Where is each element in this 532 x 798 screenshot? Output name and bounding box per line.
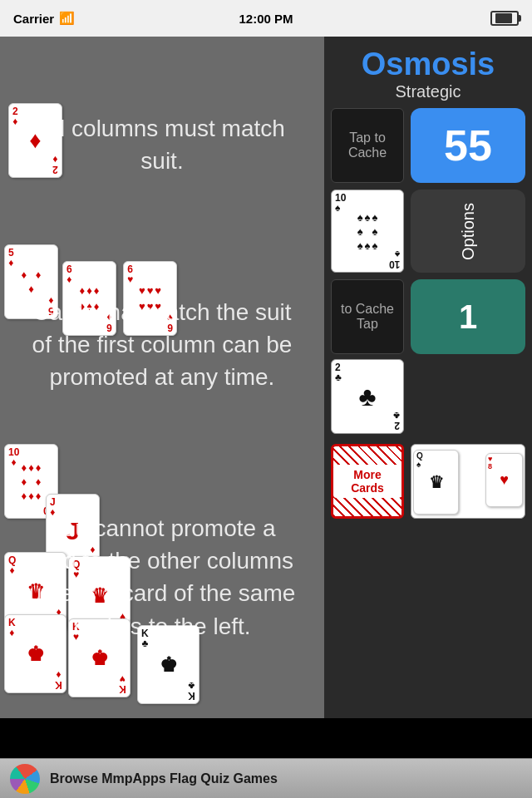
card-k-hearts[interactable]: K♥ ♚ K♥	[68, 618, 131, 697]
game-area: 2♦ ♦ 2♦ 5♦ ♦ ♦ ♦ 5♦ 6♦ ♦	[0, 37, 324, 718]
tap-cache-button-1[interactable]: Tap to Cache	[331, 108, 404, 183]
card-2-diamonds[interactable]: 2♦ ♦ 2♦	[8, 103, 62, 178]
options-label: Options	[459, 203, 478, 260]
more-cards-button[interactable]: More Cards	[331, 444, 404, 519]
title-area: Osmosis Strategic	[324, 37, 532, 108]
card-5-diamonds[interactable]: 5♦ ♦ ♦ ♦ 5♦	[4, 244, 58, 319]
card-options-row: 10♠ ♠♠♠ ♠♠ ♠♠♠ 10♠ Options	[331, 190, 525, 273]
options-button[interactable]: Options	[411, 190, 525, 273]
more-cards-label: More Cards	[351, 468, 384, 495]
cards-container: 2♦ ♦ 2♦ 5♦ ♦ ♦ ♦ 5♦ 6♦ ♦	[0, 37, 324, 718]
cache-row-3: 2♣ ♣ 2♣	[331, 359, 525, 434]
tap-cache-label-2: to Cache Tap	[338, 302, 397, 332]
tap-cache-button-2[interactable]: to Cache Tap	[331, 279, 404, 354]
card-6-hearts[interactable]: 6♥ ♥♥♥ ♥♥♥ 6♥	[123, 261, 177, 336]
preview-card-2: ♥8 ♥	[485, 453, 523, 507]
globe-icon	[10, 764, 40, 794]
right-panel: Osmosis Strategic Tap to Cache 55 10♠ ♠♠…	[324, 37, 532, 718]
card-10-spades[interactable]: 10♠ ♠♠♠ ♠♠ ♠♠♠ 10♠	[331, 190, 404, 273]
more-cards-inner: More Cards	[333, 465, 401, 498]
cache-row-1: Tap to Cache 55	[331, 108, 525, 183]
right-column: Tap to Cache 55 10♠ ♠♠♠ ♠♠ ♠♠♠ 10♠	[324, 108, 532, 519]
banner-text: Browse MmpApps Flag Quiz Games	[50, 771, 278, 786]
carrier-label: Carrier	[13, 12, 54, 26]
count-1-box: 1	[411, 279, 525, 354]
card-k-clubs[interactable]: K♣ ♚ K♣	[137, 625, 200, 704]
face-cards-preview: Q♠ ♛ ♥8 ♥	[411, 444, 525, 519]
status-bar: Carrier 📶 12:00 PM	[0, 0, 532, 37]
time-display: 12:00 PM	[239, 12, 293, 26]
count-1: 1	[459, 298, 477, 336]
count-55-box: 55	[411, 108, 525, 183]
game-subtitle: Strategic	[331, 82, 525, 101]
card-2-clubs[interactable]: 2♣ ♣ 2♣	[331, 359, 404, 434]
cache-row-2: to Cache Tap 1	[331, 279, 525, 354]
count-55: 55	[444, 121, 492, 170]
preview-card-1: Q♠ ♛	[413, 450, 459, 515]
battery-indicator	[490, 11, 519, 26]
main-container: 2♦ ♦ 2♦ 5♦ ♦ ♦ ♦ 5♦ 6♦ ♦	[0, 37, 532, 758]
battery-fill	[495, 13, 512, 23]
carrier-indicator: Carrier 📶	[13, 11, 75, 26]
card-6-diamonds[interactable]: 6♦ ♦♦♦ ♦♦♦ 6♦	[62, 261, 116, 336]
card-k-diamonds[interactable]: K♦ ♚ K♦	[4, 614, 66, 693]
wifi-icon: 📶	[59, 11, 75, 26]
bottom-banner[interactable]: Browse MmpApps Flag Quiz Games	[0, 758, 532, 798]
more-cards-row: More Cards Q♠ ♛ ♥8 ♥	[331, 444, 525, 519]
game-title: Osmosis	[331, 47, 525, 82]
tap-cache-label-1: Tap to Cache	[338, 131, 397, 160]
